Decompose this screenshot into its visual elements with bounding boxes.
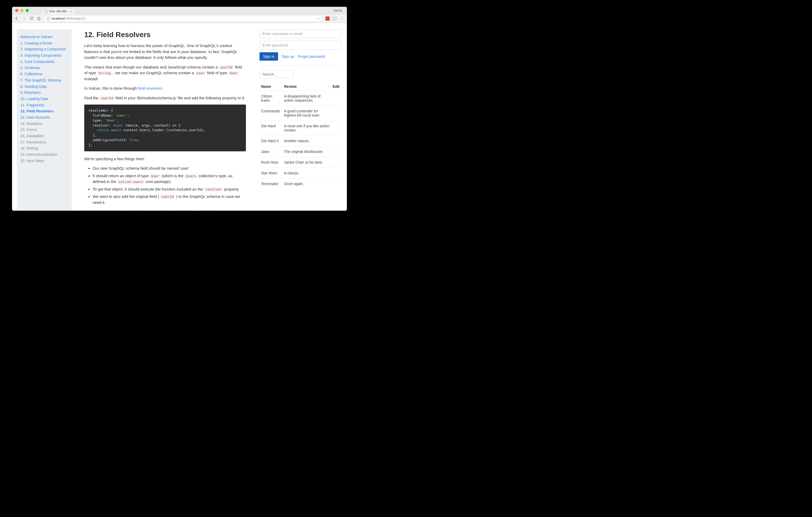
- table-row: Die HardA must-see if you like action mo…: [260, 121, 341, 136]
- sidebar-item[interactable]: 11. Fragments: [21, 102, 68, 109]
- intro-paragraph: Let's keep learning how to harness the p…: [84, 43, 246, 61]
- code-inline: String: [97, 71, 112, 75]
- sidebar-item[interactable]: 14. Mutations: [21, 121, 68, 127]
- username-input[interactable]: [260, 29, 341, 38]
- table-row: Citizen KaneA disappointing lack of acti…: [260, 91, 341, 106]
- movie-review: Once again,: [283, 179, 331, 189]
- table-row: JawsThe original blockbuster.: [260, 146, 341, 157]
- signin-button[interactable]: Sign in: [260, 52, 278, 61]
- page-title: 12. Field Resolvers: [84, 29, 246, 40]
- window-close-button[interactable]: [15, 9, 18, 12]
- movie-name: Terminator: [260, 179, 283, 189]
- col-edit: Edit: [331, 82, 341, 91]
- movie-review: A good contender for highest kill count …: [283, 106, 331, 121]
- sidebar-item[interactable]: 1. Creating a Route: [21, 40, 68, 47]
- table-row: Rush HourJackie Chan at his best.: [260, 157, 341, 168]
- sidebar-item[interactable]: 15. Forms: [21, 127, 68, 133]
- sidebar-nav: Welcome to Vulcan!1. Creating a Route2. …: [17, 29, 72, 211]
- sidebar-item[interactable]: 6. Collections: [21, 71, 68, 78]
- table-row: TerminatorOnce again,: [260, 179, 341, 189]
- sidebar-item[interactable]: 19. Internationalization: [21, 152, 68, 158]
- movie-edit-cell: [331, 91, 341, 106]
- list-item: It should return an object of type User …: [93, 173, 246, 185]
- page-content: Welcome to Vulcan!1. Creating a Route2. …: [12, 23, 347, 211]
- extension-icon-2[interactable]: [333, 17, 337, 21]
- sidebar-item[interactable]: 8. Seeding Data: [21, 84, 68, 90]
- signup-link[interactable]: Sign up: [282, 54, 294, 59]
- url-host: localhost: [52, 17, 65, 20]
- movie-review: A must-see if you like action movies.: [283, 121, 331, 136]
- window-maximize-button[interactable]: [26, 9, 29, 12]
- sidebar-item[interactable]: 4. Core Components: [21, 59, 68, 65]
- divider: [260, 65, 341, 66]
- col-name: Name: [260, 82, 283, 91]
- search-input[interactable]: [260, 70, 293, 78]
- movie-name: Citizen Kane: [260, 91, 283, 106]
- code-block: resolveAs: { fieldName: 'user', type: 'U…: [84, 104, 246, 151]
- movie-edit-cell: [331, 146, 341, 157]
- paragraph: This means that even though our database…: [84, 64, 246, 82]
- url-path: :3000/step/12: [65, 17, 86, 20]
- bullet-list: Our new GraphQL schema field should be n…: [84, 165, 246, 206]
- sidebar-item[interactable]: 20. Next Steps: [21, 158, 68, 164]
- sidebar-item[interactable]: 17. Permissions: [21, 139, 68, 146]
- browser-toolbar: i localhost:3000/step/12 ☆ ⋮: [12, 14, 347, 23]
- close-icon[interactable]: ✕: [70, 10, 72, 13]
- movie-review: Another classic.: [283, 136, 331, 146]
- sidebar-item[interactable]: 10. Loading Data: [21, 96, 68, 102]
- movie-edit-cell: [331, 179, 341, 189]
- movie-edit-cell: [331, 136, 341, 146]
- movie-edit-cell: [331, 157, 341, 168]
- col-review: Review: [283, 82, 331, 91]
- sidebar-item[interactable]: 18. Sorting: [21, 145, 68, 152]
- reload-button[interactable]: [29, 17, 33, 21]
- sidebar-item[interactable]: 16. Datatables: [21, 133, 68, 139]
- menu-button[interactable]: ⋮: [340, 17, 344, 21]
- bookmark-icon[interactable]: ☆: [317, 17, 320, 21]
- table-row: Die Hard IIAnother classic.: [260, 136, 341, 146]
- movie-edit-cell: [331, 106, 341, 121]
- sidebar-item[interactable]: 7. The GraphQL Schema: [21, 78, 68, 84]
- table-row: CommandoA good contender for highest kil…: [260, 106, 341, 121]
- paragraph: Find the userId field in your 'lib/modul…: [84, 95, 246, 101]
- movie-review: A classic.: [283, 168, 331, 179]
- list-item: To get that object, it should execute th…: [93, 186, 246, 192]
- sidebar-item[interactable]: 5. Schemas: [21, 65, 68, 71]
- movie-name: Star Wars: [260, 168, 283, 179]
- movie-name: Die Hard II: [260, 136, 283, 146]
- address-bar[interactable]: i localhost:3000/step/12 ☆: [44, 15, 322, 22]
- forgot-password-link[interactable]: Forgot password: [298, 54, 325, 59]
- movie-name: Jaws: [260, 146, 283, 157]
- paragraph: In Vulcan, this is done through field re…: [84, 86, 246, 91]
- window-minimize-button[interactable]: [21, 9, 24, 12]
- titlebar: Your site title ✕ Sacha: [12, 7, 347, 14]
- code-inline: user: [195, 71, 206, 75]
- field-resolvers-link[interactable]: field resolvers: [138, 86, 162, 90]
- info-icon: i: [46, 17, 50, 20]
- page-icon: [44, 9, 47, 13]
- home-button[interactable]: [37, 17, 41, 21]
- extension-icon[interactable]: [325, 17, 329, 21]
- sidebar-item[interactable]: 12. Field Resolvers: [21, 108, 68, 115]
- sidebar-item[interactable]: 9. Resolvers: [21, 90, 68, 96]
- right-sidebar: Sign in Sign up Forgot password Name Rev…: [258, 29, 342, 211]
- table-row: Star WarsA classic.: [260, 168, 341, 179]
- sidebar-item[interactable]: 2. Registering a Component: [21, 46, 68, 53]
- forward-button[interactable]: [22, 17, 26, 21]
- paragraph: That function's first argument is the cu…: [84, 209, 246, 211]
- profile-name[interactable]: Sacha: [333, 9, 344, 12]
- paragraph: We're specifying a few things here:: [84, 156, 246, 162]
- sidebar-item[interactable]: 13. User Accounts: [21, 115, 68, 121]
- movie-name: Die Hard: [260, 121, 283, 136]
- list-item: Our new GraphQL schema field should be n…: [93, 165, 246, 172]
- back-button[interactable]: [14, 17, 19, 21]
- code-inline: userId: [99, 96, 114, 100]
- password-input[interactable]: [260, 41, 341, 50]
- tab-title: Your site title: [49, 9, 67, 13]
- auth-actions: Sign in Sign up Forgot password: [260, 52, 341, 61]
- sidebar-item[interactable]: Welcome to Vulcan!: [21, 34, 68, 40]
- sidebar-item[interactable]: 3. Importing Components: [21, 53, 68, 59]
- browser-tab[interactable]: Your site title ✕: [41, 8, 75, 14]
- browser-window: Your site title ✕ Sacha i localhost:3000…: [12, 7, 347, 211]
- main-article: 12. Field Resolvers Let's keep learning …: [77, 29, 254, 211]
